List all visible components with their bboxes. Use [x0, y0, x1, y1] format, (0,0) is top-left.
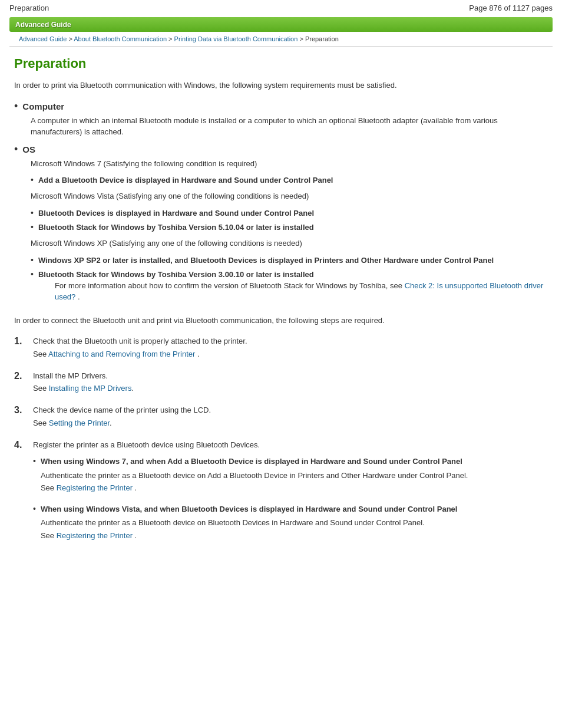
vista-bullet-2: • Bluetooth Stack for Windows by Toshiba… — [31, 222, 548, 233]
step4-sub-content-2: When using Windows Vista, and when Bluet… — [41, 504, 548, 547]
step-2: 2. Install the MP Drivers. See Installin… — [14, 370, 548, 397]
xp-bullet-1: • Windows XP SP2 or later is installed, … — [31, 255, 548, 266]
breadcrumb-sep3: > — [299, 35, 305, 42]
step-3-link-line: See Setting the Printer. — [33, 419, 548, 427]
step-2-link-suffix: . — [131, 384, 134, 393]
os-heading-text: OS — [22, 144, 35, 154]
vista-text-1: Bluetooth Devices is displayed in Hardwa… — [38, 208, 314, 219]
computer-bullet-dot: • — [14, 101, 18, 111]
xp-bullet-2: • Bluetooth Stack for Windows by Toshiba… — [31, 269, 548, 309]
step-4-sub-items: • When using Windows 7, and when Add a B… — [33, 456, 548, 546]
step4-dot-1: • — [33, 456, 36, 466]
os-bullet-dot: • — [14, 144, 18, 154]
vista-text-2: Bluetooth Stack for Windows by Toshiba V… — [38, 222, 314, 233]
step4-sub-link-prefix-2: See — [41, 531, 57, 540]
step-4-number: 4. — [14, 440, 26, 450]
breadcrumb-sep1: > — [68, 35, 74, 42]
advanced-guide-label: Advanced Guide — [15, 21, 71, 29]
os-section: • OS Microsoft Windows 7 (Satisfying the… — [14, 144, 548, 309]
xp-text-1: Windows XP SP2 or later is installed, an… — [38, 255, 494, 266]
step-3: 3. Check the device name of the printer … — [14, 404, 548, 431]
xp-text-2: Bluetooth Stack for Windows by Toshiba V… — [38, 270, 314, 279]
step-4: 4. Register the printer as a Bluetooth d… — [14, 439, 548, 552]
breadcrumb-sep2: > — [168, 35, 174, 42]
computer-heading-text: Computer — [22, 101, 64, 111]
breadcrumb-link-printing-data[interactable]: Printing Data via Bluetooth Communicatio… — [174, 35, 298, 42]
step4-sub-link-suffix-1: . — [133, 483, 137, 492]
sub-bullet-add-bluetooth: • Add a Bluetooth Device is displayed in… — [31, 175, 548, 186]
step-3-title: Check the device name of the printer usi… — [33, 404, 548, 416]
breadcrumb-current: Preparation — [305, 35, 339, 42]
step-4-content: Register the printer as a Bluetooth devi… — [33, 439, 548, 552]
step4-dot-2: • — [33, 504, 36, 513]
registering-printer-link-1[interactable]: Registering the Printer — [57, 483, 133, 492]
advanced-guide-banner: Advanced Guide — [9, 17, 553, 32]
intro-paragraph: In order to print via Bluetooth communic… — [14, 80, 548, 91]
step-2-content: Install the MP Drivers. See Installing t… — [33, 370, 548, 397]
step4-sub-para-2: Authenticate the printer as a Bluetooth … — [41, 517, 548, 529]
step-2-number: 2. — [14, 371, 26, 381]
step-2-title: Install the MP Drivers. — [33, 370, 548, 382]
xp-dot-2: • — [31, 269, 34, 279]
step4-sub-content-1: When using Windows 7, and when Add a Blu… — [41, 456, 548, 499]
step4-sub-link-suffix-2: . — [133, 531, 137, 540]
step4-sub-1: • When using Windows 7, and when Add a B… — [33, 456, 548, 499]
step4-sub-heading-1: When using Windows 7, and when Add a Blu… — [41, 456, 548, 467]
xp-extra-prefix: For more information about how to confir… — [55, 281, 405, 290]
step4-sub-2: • When using Windows Vista, and when Blu… — [33, 504, 548, 547]
step4-sub-link-2: See Registering the Printer . — [41, 531, 548, 540]
xp-dot-1: • — [31, 255, 34, 265]
mp-drivers-link[interactable]: Installing the MP Drivers — [49, 384, 132, 393]
xp-extra-suffix: . — [75, 292, 80, 301]
step-3-number: 3. — [14, 405, 26, 416]
os-win7-content: Microsoft Windows 7 (Satisfying the foll… — [31, 158, 548, 170]
step-2-link-line: See Installing the MP Drivers. — [33, 384, 548, 393]
step4-sub-heading-2: When using Windows Vista, and when Bluet… — [41, 504, 548, 515]
connect-paragraph: In order to connect the Bluetooth unit a… — [14, 315, 548, 327]
step4-sub-para-1: Authenticate the printer as a Bluetooth … — [41, 470, 548, 482]
step-1-link-line: See Attaching to and Removing from the P… — [33, 350, 548, 358]
vista-dot-1: • — [31, 208, 34, 218]
step-3-link-suffix: . — [110, 419, 112, 427]
main-content: Preparation In order to print via Blueto… — [0, 47, 562, 574]
step4-sub-link-1: See Registering the Printer . — [41, 483, 548, 492]
registering-printer-link-2[interactable]: Registering the Printer — [57, 531, 133, 540]
vista-note: Microsoft Windows Vista (Satisfying any … — [31, 190, 548, 202]
page-heading: Preparation — [14, 56, 548, 71]
xp-extra-note: For more information about how to confir… — [55, 280, 548, 303]
step-3-content: Check the device name of the printer usi… — [33, 404, 548, 431]
sub-bullet-dot-1: • — [31, 175, 34, 185]
step-1-title: Check that the Bluetooth unit is properl… — [33, 335, 548, 347]
vista-sub-sub-bullets: • Bluetooth Devices is displayed in Hard… — [31, 208, 548, 233]
xp-sub-bullets: • Windows XP SP2 or later is installed, … — [31, 255, 548, 309]
step4-sub-link-prefix-1: See — [41, 483, 57, 492]
breadcrumb-link-bluetooth-comm[interactable]: About Bluetooth Communication — [74, 35, 167, 42]
win7-sub-bullets: • Add a Bluetooth Device is displayed in… — [31, 175, 548, 186]
breadcrumb-link-advanced-guide[interactable]: Advanced Guide — [19, 35, 67, 42]
header: Preparation Page 876 of 1127 pages — [0, 0, 562, 15]
step-1-number: 1. — [14, 336, 26, 347]
step-2-link-prefix: See — [33, 384, 49, 393]
os-heading-row: • OS — [14, 144, 548, 154]
step-4-title: Register the printer as a Bluetooth devi… — [33, 439, 548, 451]
breadcrumb: Advanced Guide > About Bluetooth Communi… — [9, 32, 553, 47]
xp-note: Microsoft Windows XP (Satisfying any one… — [31, 238, 548, 249]
attaching-link[interactable]: Attaching to and Removing from the Print… — [48, 350, 195, 358]
step-1-link-prefix: See — [33, 350, 48, 358]
steps-section: 1. Check that the Bluetooth unit is prop… — [14, 335, 548, 551]
header-title: Preparation — [9, 4, 49, 12]
step-1-link-suffix: . — [195, 350, 199, 358]
step-1: 1. Check that the Bluetooth unit is prop… — [14, 335, 548, 362]
sub-bullet-text-add-bluetooth: Add a Bluetooth Device is displayed in H… — [38, 175, 333, 186]
header-page-info: Page 876 of 1127 pages — [469, 4, 553, 12]
vista-dot-2: • — [31, 222, 34, 232]
computer-heading-row: • Computer — [14, 101, 548, 111]
computer-content: A computer in which an internal Bluetoot… — [31, 115, 548, 138]
vista-bullet-1: • Bluetooth Devices is displayed in Hard… — [31, 208, 548, 219]
setting-printer-link[interactable]: Setting the Printer — [49, 419, 110, 427]
computer-section: • Computer A computer in which an intern… — [14, 101, 548, 138]
step-1-content: Check that the Bluetooth unit is properl… — [33, 335, 548, 362]
step-3-link-prefix: See — [33, 419, 49, 427]
